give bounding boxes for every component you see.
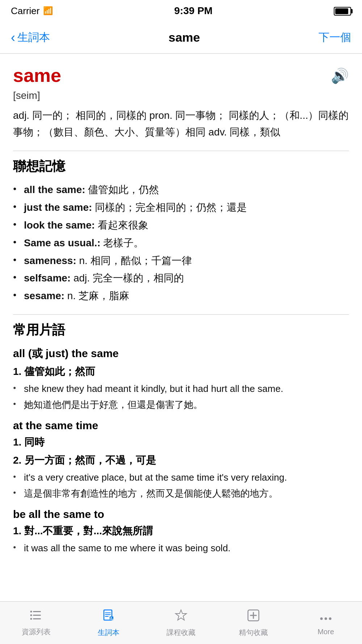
next-label: 下一個 [319, 31, 351, 43]
list-item: sesame: n. 芝麻，脂麻 [13, 288, 349, 304]
word-header: same 🔊 [13, 64, 349, 86]
section-header-phrases: 常用片語 [13, 321, 349, 339]
svg-point-13 [320, 617, 323, 620]
list-item: she knew they had meant it kindly, but i… [13, 381, 349, 397]
meaning-1-1: 1. 儘管如此；然而 [13, 365, 349, 379]
list-item: sameness: n. 相同，酷似；千篇一律 [13, 253, 349, 269]
content-area: same 🔊 [seim] adj. 同一的； 相同的，同樣的 pron. 同一… [0, 54, 362, 611]
plus-icon [247, 609, 260, 626]
list-icon [29, 609, 43, 625]
star-icon [174, 609, 188, 626]
tab-favorites[interactable]: 課程收藏 [145, 609, 217, 637]
list-item: look the same: 看起來很象 [13, 217, 349, 234]
tab-more[interactable]: More [290, 610, 362, 636]
svg-point-3 [30, 611, 32, 612]
meaning-2-1: 1. 同時 [13, 435, 349, 449]
battery-indicator [334, 5, 351, 17]
svg-point-5 [30, 618, 32, 620]
chevron-left-icon: ‹ [11, 30, 15, 45]
tab-more-label: More [317, 628, 334, 636]
meaning-3-1: 1. 對...不重要，對...來說無所謂 [13, 524, 349, 538]
dots-icon [319, 610, 333, 626]
back-label: 生詞本 [17, 30, 50, 45]
example-list-3: it was all the same to me where it was b… [13, 541, 349, 556]
svg-rect-0 [33, 611, 41, 612]
divider-1 [13, 151, 349, 151]
carrier-label: Carrier [11, 5, 39, 17]
pronunciation: [seim] [13, 90, 349, 101]
audio-button[interactable]: 🔊 [331, 67, 349, 84]
status-time: 9:39 PM [174, 5, 212, 17]
tab-vocabulary[interactable]: 生詞本 [72, 609, 145, 637]
svg-point-14 [325, 617, 327, 620]
list-item: selfsame: adj. 完全一樣的，相同的 [13, 270, 349, 287]
tab-vocabulary-label: 生詞本 [98, 628, 119, 637]
phrase-title-1: all (或 just) the same [13, 346, 349, 361]
list-item: 她知道他們是出于好意，但還是傷害了她。 [13, 397, 349, 413]
definition: adj. 同一的； 相同的，同樣的 pron. 同一事物； 同樣的人；（和...… [13, 107, 349, 141]
nav-title: same [169, 30, 200, 45]
list-item: just the same: 同樣的；完全相同的；仍然；還是 [13, 200, 349, 216]
meaning-2-2: 2. 另一方面；然而，不過，可是 [13, 453, 349, 467]
svg-point-4 [30, 614, 32, 616]
example-list-2: it's a very creative place, but at the s… [13, 470, 349, 501]
tab-bar: 資源列表 生詞本 課程收藏 [0, 601, 362, 644]
next-button[interactable]: 下一個 [319, 30, 351, 45]
list-item: it was all the same to me where it was b… [13, 541, 349, 556]
tab-resources-label: 資源列表 [22, 627, 51, 637]
example-list-1: she knew they had meant it kindly, but i… [13, 381, 349, 412]
associative-list: all the same: 儘管如此，仍然 just the same: 同樣的… [13, 182, 349, 304]
svg-point-15 [329, 617, 332, 620]
divider-2 [13, 314, 349, 315]
phrase-title-2: at the same time [13, 419, 349, 432]
edit-icon [102, 609, 115, 626]
section-header-associative: 聯想記憶 [13, 158, 349, 175]
tab-sentences-label: 精句收藏 [239, 628, 268, 637]
nav-bar: ‹ 生詞本 same 下一個 [0, 22, 362, 54]
svg-rect-2 [33, 618, 41, 619]
main-word: same [13, 64, 61, 86]
list-item: it's a very creative place, but at the s… [13, 470, 349, 485]
svg-rect-1 [33, 615, 41, 616]
list-item: 這是個非常有創造性的地方，然而又是個能使人鬆弛的地方。 [13, 486, 349, 501]
phrase-title-3: be all the same to [13, 508, 349, 520]
svg-marker-9 [176, 610, 186, 620]
list-item: all the same: 儘管如此，仍然 [13, 182, 349, 198]
tab-favorites-label: 課程收藏 [167, 628, 195, 637]
carrier-info: Carrier 📶 [11, 5, 53, 17]
tab-resources[interactable]: 資源列表 [0, 609, 72, 637]
tab-sentences[interactable]: 精句收藏 [217, 609, 290, 637]
wifi-icon: 📶 [43, 6, 53, 16]
list-item: Same as usual.: 老樣子。 [13, 235, 349, 251]
back-button[interactable]: ‹ 生詞本 [11, 30, 50, 45]
status-bar: Carrier 📶 9:39 PM [0, 0, 362, 22]
